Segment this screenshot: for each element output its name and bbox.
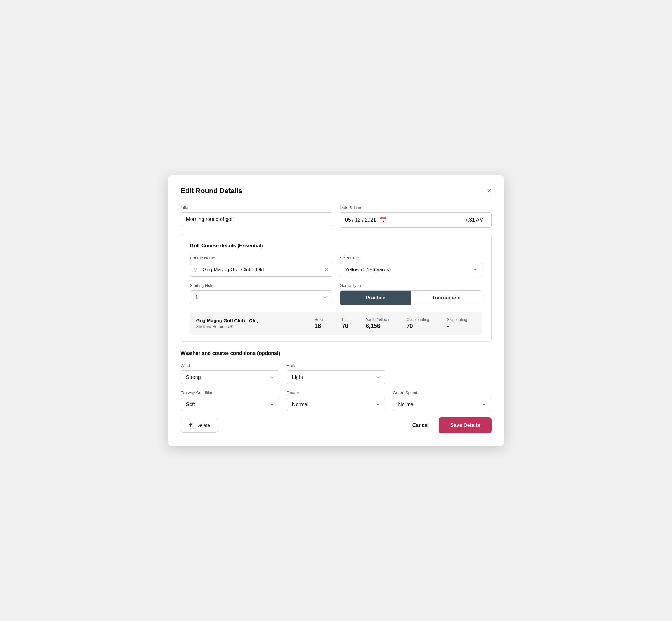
course-rating-value: 70 bbox=[406, 323, 413, 329]
title-group: Title bbox=[181, 205, 333, 226]
weather-section: Weather and course conditions (optional)… bbox=[181, 350, 492, 411]
course-name-input[interactable] bbox=[190, 263, 333, 277]
starting-hole-dropdown[interactable]: 1 bbox=[190, 290, 333, 304]
wind-rain-row: Wind Strong Rain Light bbox=[181, 363, 492, 384]
edit-round-modal: Edit Round Details × Title Date & Time 0… bbox=[168, 175, 504, 446]
par-stat: Par 70 bbox=[333, 318, 357, 329]
course-name-label: Course Name bbox=[190, 256, 333, 260]
yards-value: 6,156 bbox=[366, 323, 380, 329]
tournament-button[interactable]: Tournament bbox=[411, 291, 482, 305]
cancel-button[interactable]: Cancel bbox=[412, 422, 429, 428]
wind-group: Wind Strong bbox=[181, 363, 279, 384]
clear-icon[interactable]: ✕ bbox=[324, 266, 328, 273]
course-info-bar: Gog Magog Golf Club - Old, Shelford Bott… bbox=[190, 312, 482, 335]
holes-label: Holes bbox=[314, 318, 324, 322]
rough-label: Rough bbox=[287, 390, 385, 395]
slope-rating-stat: Slope rating - bbox=[438, 318, 476, 329]
date-time-row: 05 / 12 / 2021 📅 7:31 AM bbox=[340, 212, 492, 227]
modal-header: Edit Round Details × bbox=[181, 187, 492, 195]
par-value: 70 bbox=[342, 323, 348, 329]
slope-rating-label: Slope rating bbox=[447, 318, 467, 322]
trash-icon: 🗑 bbox=[189, 422, 194, 428]
time-part[interactable]: 7:31 AM bbox=[458, 213, 491, 227]
weather-section-title: Weather and course conditions (optional) bbox=[181, 350, 492, 356]
fairway-group: Fairway Conditions Soft bbox=[181, 390, 279, 411]
holes-stat: Holes 18 bbox=[306, 318, 333, 329]
wind-dropdown[interactable]: Strong bbox=[181, 370, 279, 384]
fairway-label: Fairway Conditions bbox=[181, 390, 279, 395]
delete-label: Delete bbox=[197, 422, 210, 428]
datetime-label: Date & Time bbox=[340, 205, 492, 210]
title-input[interactable] bbox=[181, 212, 333, 226]
starting-hole-group: Starting Hole 1 bbox=[190, 283, 333, 304]
course-info-name-block: Gog Magog Golf Club - Old, Shelford Bott… bbox=[196, 318, 306, 329]
calendar-icon: 📅 bbox=[379, 216, 386, 223]
wind-label: Wind bbox=[181, 363, 279, 368]
course-info-location: Shelford Bottom, UK bbox=[196, 324, 306, 329]
fairway-rough-green-row: Fairway Conditions Soft Rough Normal Gre… bbox=[181, 390, 492, 411]
select-tee-dropdown[interactable]: Yellow (6,156 yards) bbox=[340, 263, 482, 277]
select-tee-label: Select Tee bbox=[340, 256, 482, 260]
rain-label: Rain bbox=[287, 363, 385, 368]
delete-button[interactable]: 🗑 Delete bbox=[181, 418, 218, 432]
search-icon: ⚲ bbox=[194, 266, 198, 273]
golf-course-section: Golf Course details (Essential) Course N… bbox=[181, 234, 492, 342]
modal-title: Edit Round Details bbox=[181, 187, 243, 195]
close-button[interactable]: × bbox=[488, 188, 492, 194]
rough-dropdown[interactable]: Normal bbox=[287, 398, 385, 411]
starting-hole-label: Starting Hole bbox=[190, 283, 333, 288]
rain-dropdown[interactable]: Light bbox=[287, 370, 385, 384]
holes-value: 18 bbox=[314, 323, 321, 329]
course-name-group: Course Name ⚲ ✕ bbox=[190, 256, 333, 277]
footer-right: Cancel Save Details bbox=[412, 417, 492, 433]
footer-row: 🗑 Delete Cancel Save Details bbox=[181, 417, 492, 433]
date-part[interactable]: 05 / 12 / 2021 📅 bbox=[340, 213, 458, 227]
game-type-toggle: Practice Tournament bbox=[340, 290, 482, 305]
green-speed-group: Green Speed Normal bbox=[393, 390, 491, 411]
course-rating-stat: Course rating 70 bbox=[397, 318, 438, 329]
yards-label: Yards(Yellow) bbox=[366, 318, 389, 322]
title-date-row: Title Date & Time 05 / 12 / 2021 📅 7:31 … bbox=[181, 205, 492, 227]
fairway-dropdown[interactable]: Soft bbox=[181, 398, 279, 411]
course-tee-row: Course Name ⚲ ✕ Select Tee Yellow (6,156… bbox=[190, 256, 482, 277]
date-value: 05 / 12 / 2021 bbox=[345, 217, 376, 223]
datetime-group: Date & Time 05 / 12 / 2021 📅 7:31 AM bbox=[340, 205, 492, 227]
golf-course-title: Golf Course details (Essential) bbox=[190, 243, 482, 249]
course-name-input-wrap: ⚲ ✕ bbox=[190, 263, 333, 277]
title-label: Title bbox=[181, 205, 333, 210]
time-value: 7:31 AM bbox=[465, 217, 484, 223]
slope-rating-value: - bbox=[447, 323, 449, 329]
select-tee-group: Select Tee Yellow (6,156 yards) bbox=[340, 256, 482, 277]
rough-group: Rough Normal bbox=[287, 390, 385, 411]
rain-group: Rain Light bbox=[287, 363, 385, 384]
practice-button[interactable]: Practice bbox=[340, 291, 411, 305]
save-button[interactable]: Save Details bbox=[439, 417, 491, 433]
game-type-group: Game Type Practice Tournament bbox=[340, 283, 482, 305]
green-speed-label: Green Speed bbox=[393, 390, 491, 395]
course-rating-label: Course rating bbox=[406, 318, 429, 322]
game-type-label: Game Type bbox=[340, 283, 482, 288]
hole-gametype-row: Starting Hole 1 Game Type Practice Tourn… bbox=[190, 283, 482, 305]
course-info-name: Gog Magog Golf Club - Old, bbox=[196, 318, 306, 323]
par-label: Par bbox=[342, 318, 348, 322]
green-speed-dropdown[interactable]: Normal bbox=[393, 398, 491, 411]
yards-stat: Yards(Yellow) 6,156 bbox=[357, 318, 398, 329]
